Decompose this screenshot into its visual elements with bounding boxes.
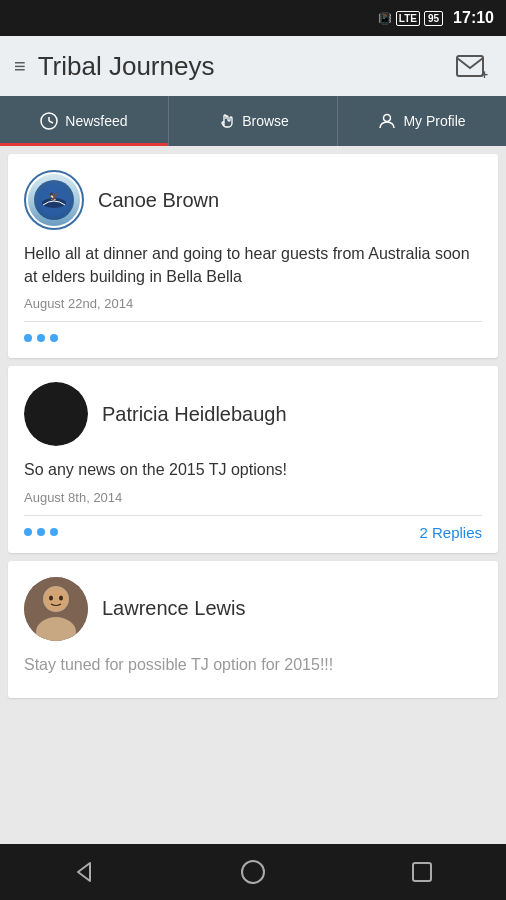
dot-2: [37, 334, 45, 342]
avatar: [24, 382, 88, 446]
back-icon: [70, 858, 98, 886]
card-footer: [24, 330, 482, 346]
dot-2: [37, 528, 45, 536]
menu-button[interactable]: ≡: [14, 55, 26, 78]
replies-button[interactable]: 2 Replies: [419, 524, 482, 541]
battery-icon: 95: [424, 11, 443, 26]
tab-myprofile-label: My Profile: [403, 113, 465, 129]
post-author-name: Patricia Heidlebaugh: [102, 403, 287, 426]
status-icons: 📳 LTE 95 17:10: [378, 9, 494, 27]
card-divider: [24, 515, 482, 516]
card-footer: 2 Replies: [24, 524, 482, 541]
avatar-dark: [24, 382, 88, 446]
post-header: 🦅 Canoe Brown: [24, 170, 482, 230]
post-card: Lawrence Lewis Stay tuned for possible T…: [8, 561, 498, 698]
post-author-name: Canoe Brown: [98, 189, 219, 212]
status-time: 17:10: [453, 9, 494, 27]
post-body: Hello all at dinner and going to hear gu…: [24, 242, 482, 288]
recents-button[interactable]: [392, 852, 452, 892]
dot-3: [50, 528, 58, 536]
newsfeed-content: 🦅 Canoe Brown Hello all at dinner and go…: [0, 146, 506, 844]
tab-browse[interactable]: Browse: [169, 96, 338, 146]
avatar-person-svg: [24, 577, 88, 641]
app-header: ≡ Tribal Journeys +: [0, 36, 506, 96]
dot-1: [24, 334, 32, 342]
post-card: Patricia Heidlebaugh So any news on the …: [8, 366, 498, 552]
tab-newsfeed-label: Newsfeed: [65, 113, 127, 129]
mail-icon: [456, 55, 484, 77]
post-body: So any news on the 2015 TJ options!: [24, 458, 482, 481]
status-bar: 📳 LTE 95 17:10: [0, 0, 506, 36]
festival-emblem: 🦅: [33, 179, 75, 221]
svg-point-13: [49, 595, 53, 600]
svg-line-3: [49, 121, 53, 123]
header-left: ≡ Tribal Journeys: [14, 51, 214, 82]
avatar: 🦅: [24, 170, 84, 230]
more-options-button[interactable]: [24, 330, 58, 346]
tab-bar: Newsfeed Browse My Profile: [0, 96, 506, 146]
compose-mail-button[interactable]: +: [448, 44, 492, 88]
post-body: Stay tuned for possible TJ option for 20…: [24, 653, 482, 676]
dot-3: [50, 334, 58, 342]
clock-icon: [40, 112, 58, 130]
home-button[interactable]: [223, 852, 283, 892]
svg-point-16: [242, 861, 264, 883]
post-header: Lawrence Lewis: [24, 577, 482, 641]
dot-1: [24, 528, 32, 536]
svg-point-4: [384, 115, 391, 122]
more-options-button[interactable]: [24, 524, 58, 540]
hand-icon: [217, 112, 235, 130]
avatar: [24, 577, 88, 641]
app-title: Tribal Journeys: [38, 51, 215, 82]
tab-myprofile[interactable]: My Profile: [338, 96, 506, 146]
svg-point-12: [45, 588, 67, 610]
bottom-nav: [0, 844, 506, 900]
svg-rect-17: [413, 863, 431, 881]
recents-icon: [408, 858, 436, 886]
svg-text:🦅: 🦅: [49, 191, 59, 201]
post-card: 🦅 Canoe Brown Hello all at dinner and go…: [8, 154, 498, 358]
post-header: Patricia Heidlebaugh: [24, 382, 482, 446]
post-author-name: Lawrence Lewis: [102, 597, 245, 620]
post-date: August 8th, 2014: [24, 490, 482, 505]
festival-logo-inner: 🦅: [28, 174, 80, 226]
home-circle-icon: [239, 858, 267, 886]
svg-marker-15: [78, 863, 90, 881]
card-divider: [24, 321, 482, 322]
post-date: August 22nd, 2014: [24, 296, 482, 311]
svg-point-14: [59, 595, 63, 600]
tab-newsfeed[interactable]: Newsfeed: [0, 96, 169, 146]
back-button[interactable]: [54, 852, 114, 892]
signal-icon: LTE: [396, 11, 420, 26]
svg-rect-0: [457, 56, 483, 76]
tab-browse-label: Browse: [242, 113, 289, 129]
vibrate-icon: 📳: [378, 12, 392, 25]
plus-badge: +: [481, 68, 488, 82]
person-icon: [378, 112, 396, 130]
